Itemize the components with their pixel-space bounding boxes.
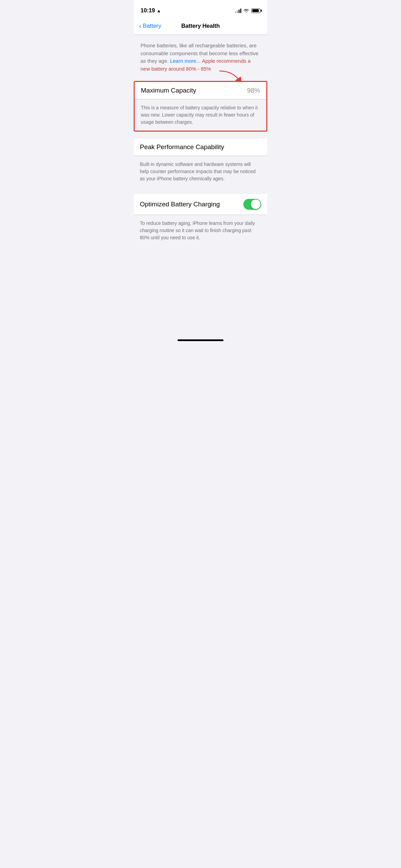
toggle-knob <box>251 200 260 209</box>
capacity-value: 98% <box>247 87 260 94</box>
peak-performance-title-row: Peak Performance Capability <box>134 138 267 156</box>
page-title: Battery Health <box>181 23 220 29</box>
wifi-icon <box>243 9 249 13</box>
back-button[interactable]: ‹ Battery <box>139 22 161 30</box>
capacity-label: Maximum Capacity <box>141 87 196 94</box>
home-indicator <box>134 335 267 347</box>
learn-more-link[interactable]: Learn more... <box>170 58 200 64</box>
signal-icon <box>235 8 241 13</box>
optimized-charging-toggle[interactable] <box>243 199 261 210</box>
annotation-area <box>141 73 260 74</box>
nav-bar: ‹ Battery Battery Health <box>134 17 267 35</box>
intro-text: Phone batteries, like all rechargeable b… <box>141 42 260 73</box>
content: Phone batteries, like all rechargeable b… <box>134 35 267 335</box>
bottom-spacer <box>134 246 267 335</box>
battery-icon <box>251 9 260 13</box>
home-bar <box>178 339 223 341</box>
capacity-row: Maximum Capacity 98% <box>135 82 266 99</box>
peak-performance-section: Peak Performance Capability Built-in dyn… <box>134 138 267 187</box>
optimized-charging-label: Optimized Battery Charging <box>140 201 220 208</box>
optimized-charging-section: Optimized Battery Charging To reduce bat… <box>134 194 267 246</box>
back-chevron-icon: ‹ <box>139 22 142 30</box>
maximum-capacity-section: Maximum Capacity 98% This is a measure o… <box>134 81 267 132</box>
status-bar: 10:19 ▲ <box>134 0 267 17</box>
optimized-charging-row: Optimized Battery Charging <box>134 194 267 215</box>
peak-performance-title: Peak Performance Capability <box>140 143 224 150</box>
intro-section: Phone batteries, like all rechargeable b… <box>134 35 267 81</box>
status-icons <box>235 8 260 13</box>
capacity-wrapper: Maximum Capacity 98% This is a measure o… <box>134 81 267 132</box>
status-time: 10:19 <box>141 7 155 14</box>
location-icon: ▲ <box>157 8 161 13</box>
back-label: Battery <box>143 23 161 29</box>
optimized-charging-description: To reduce battery aging, iPhone learns f… <box>134 215 267 246</box>
peak-performance-description: Built-in dynamic software and hardware s… <box>134 156 267 187</box>
capacity-description: This is a measure of battery capacity re… <box>135 99 266 131</box>
